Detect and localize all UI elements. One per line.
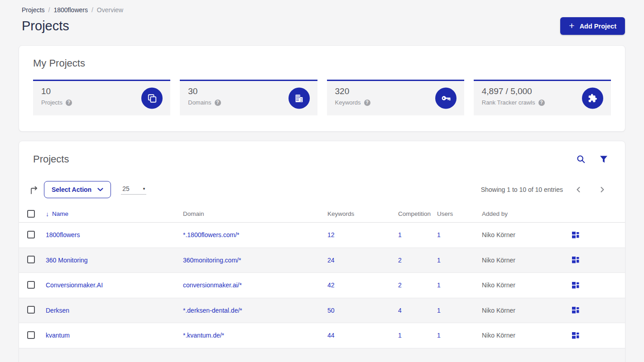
column-header-added-by[interactable]: Added by: [482, 210, 572, 217]
stat-keywords-label: Keywords: [335, 99, 361, 106]
search-icon[interactable]: [577, 155, 586, 164]
project-domain-link[interactable]: *.kvantum.de/*: [183, 332, 327, 339]
project-domain-link[interactable]: *.1800flowers.com/*: [183, 231, 327, 238]
users-count: 1: [437, 307, 482, 314]
projects-card-title: Projects: [33, 153, 69, 165]
project-name-link[interactable]: 1800flowers: [46, 231, 183, 238]
key-icon: [435, 88, 457, 109]
competition-count: 2: [398, 281, 437, 289]
export-icon[interactable]: [30, 186, 39, 195]
projects-table: ↓ Name Domain Keywords Competition Users…: [19, 205, 625, 362]
chevron-down-icon: [97, 188, 103, 191]
help-icon[interactable]: ?: [538, 100, 545, 106]
row-checkbox[interactable]: [27, 281, 35, 289]
stat-rank-tracker-crawls: 4,897 / 5,000 Rank Tracker crawls ?: [474, 80, 611, 115]
row-checkbox[interactable]: [27, 231, 35, 238]
column-header-competition[interactable]: Competition: [398, 210, 437, 217]
dashboard-grid-icon[interactable]: [572, 282, 579, 289]
competition-count: 1: [398, 332, 437, 339]
project-name-link[interactable]: kvantum: [46, 332, 183, 339]
users-count: 1: [437, 231, 482, 238]
stat-keywords: 320 Keywords ?: [327, 80, 464, 115]
project-name-link[interactable]: 360 Monitoring: [46, 257, 183, 264]
breadcrumb-1800flowers[interactable]: 1800flowers: [53, 6, 88, 14]
table-row: 360 Monitoring 360monitoring.com/* 24 2 …: [19, 248, 625, 273]
project-domain-link[interactable]: *.derksen-dental.de/*: [183, 307, 327, 314]
puzzle-icon: [582, 88, 603, 109]
projects-copy-icon: [141, 88, 163, 109]
breadcrumb-separator: /: [48, 6, 50, 14]
dashboard-grid-icon[interactable]: [572, 332, 579, 339]
stat-projects-label: Projects: [41, 99, 62, 106]
added-by-name: Niko Körner: [482, 281, 572, 289]
table-row: 1800flowers *.1800flowers.com/* 12 1 1 N…: [19, 223, 625, 248]
added-by-name: Niko Körner: [482, 257, 572, 264]
competition-count: 1: [398, 231, 437, 238]
next-page-icon[interactable]: [599, 186, 606, 194]
my-projects-title: My Projects: [33, 57, 611, 69]
page-size-value: 25: [122, 185, 130, 192]
breadcrumb-separator: /: [91, 6, 93, 14]
caret-down-icon: ▾: [143, 186, 145, 191]
breadcrumb: Projects / 1800flowers / Overview: [22, 6, 625, 14]
project-name-link[interactable]: Conversionmaker.AI: [46, 281, 183, 289]
pagination: [575, 186, 606, 194]
dashboard-grid-icon[interactable]: [572, 257, 579, 263]
help-icon[interactable]: ?: [66, 100, 72, 106]
users-count: 1: [437, 281, 482, 289]
prev-page-icon[interactable]: [575, 186, 582, 194]
users-count: 1: [437, 332, 482, 339]
page-title: Projects: [22, 19, 69, 33]
keywords-count: 44: [327, 332, 398, 339]
sort-desc-icon: ↓: [46, 210, 49, 218]
add-project-label: Add Project: [580, 23, 616, 30]
added-by-name: Niko Körner: [482, 231, 572, 238]
table-row: [19, 348, 625, 362]
add-project-button[interactable]: + Add Project: [560, 17, 625, 35]
table-toolbar: Select Action 25 ▾ Showing 1 to 10 of 10…: [19, 181, 625, 198]
select-action-button[interactable]: Select Action: [44, 181, 111, 198]
breadcrumb-overview: Overview: [97, 6, 123, 14]
top-bar: Projects / 1800flowers / Overview Projec…: [0, 0, 644, 35]
page-size-select[interactable]: 25 ▾: [121, 185, 146, 195]
table-row: Conversionmaker.AI conversionmaker.ai/* …: [19, 273, 625, 298]
table-row: Derksen *.derksen-dental.de/* 50 4 1 Nik…: [19, 298, 625, 324]
keywords-count: 50: [327, 307, 398, 314]
select-action-label: Select Action: [52, 186, 91, 193]
keywords-count: 42: [327, 281, 398, 289]
building-icon: [288, 88, 310, 109]
showing-entries-text: Showing 1 to 10 of 10 entries: [481, 186, 563, 193]
keywords-count: 24: [327, 257, 398, 264]
my-projects-card: My Projects 10 Projects ? 30 Domains ?: [19, 45, 625, 132]
users-count: 1: [437, 257, 482, 264]
select-all-checkbox[interactable]: [27, 210, 35, 218]
column-header-keywords[interactable]: Keywords: [327, 210, 398, 217]
stat-crawls-label: Rank Tracker crawls: [482, 99, 535, 106]
table-header-row: ↓ Name Domain Keywords Competition Users…: [19, 205, 625, 223]
breadcrumb-projects[interactable]: Projects: [22, 6, 45, 14]
row-checkbox[interactable]: [27, 256, 35, 263]
table-row: kvantum *.kvantum.de/* 44 1 1 Niko Körne…: [19, 323, 625, 348]
stat-projects: 10 Projects ?: [33, 80, 170, 115]
filter-icon[interactable]: [600, 155, 608, 163]
row-checkbox[interactable]: [27, 331, 35, 339]
plus-icon: +: [569, 21, 574, 30]
stat-domains-label: Domains: [188, 99, 211, 106]
column-header-domain[interactable]: Domain: [183, 210, 327, 217]
dashboard-grid-icon[interactable]: [572, 307, 579, 314]
projects-table-card: Projects Select Action: [19, 141, 625, 362]
competition-count: 2: [398, 257, 437, 264]
project-name-link[interactable]: Derksen: [46, 307, 183, 314]
column-header-users[interactable]: Users: [437, 210, 482, 217]
competition-count: 4: [398, 307, 437, 314]
keywords-count: 12: [327, 231, 398, 238]
project-domain-link[interactable]: 360monitoring.com/*: [183, 257, 327, 264]
project-domain-link[interactable]: conversionmaker.ai/*: [183, 281, 327, 289]
stats-row: 10 Projects ? 30 Domains ?: [33, 80, 611, 115]
help-icon[interactable]: ?: [364, 100, 370, 106]
column-header-name[interactable]: ↓ Name: [46, 210, 183, 218]
help-icon[interactable]: ?: [215, 100, 221, 106]
added-by-name: Niko Körner: [482, 307, 572, 314]
row-checkbox[interactable]: [27, 306, 35, 314]
dashboard-grid-icon[interactable]: [572, 232, 579, 238]
